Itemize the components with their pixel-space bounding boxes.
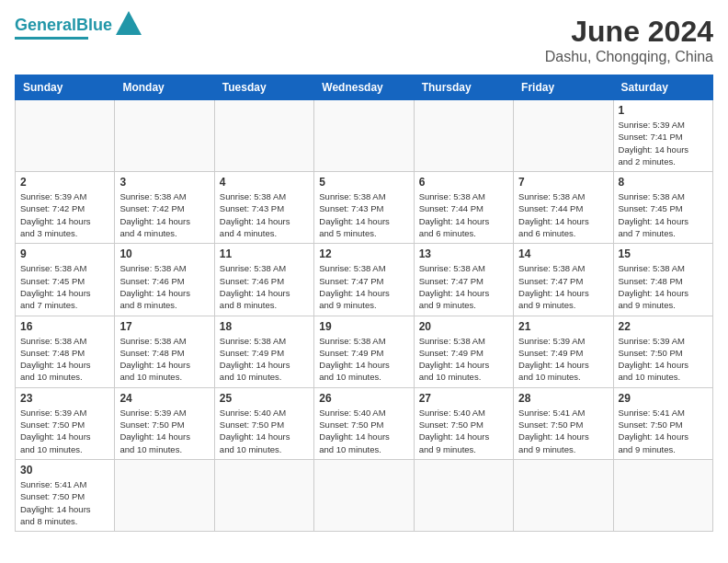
day-cell: 13Sunrise: 5:38 AM Sunset: 7:47 PM Dayli…: [414, 244, 513, 316]
day-cell: 24Sunrise: 5:39 AM Sunset: 7:50 PM Dayli…: [115, 387, 214, 459]
day-info: Sunrise: 5:39 AM Sunset: 7:50 PM Dayligh…: [20, 407, 109, 455]
day-number: 1: [619, 104, 708, 117]
day-number: 25: [220, 392, 309, 405]
day-number: 5: [319, 176, 408, 189]
week-row-5: 23Sunrise: 5:39 AM Sunset: 7:50 PM Dayli…: [16, 387, 713, 459]
day-number: 18: [220, 320, 309, 333]
day-cell: [314, 459, 414, 531]
day-header-monday: Monday: [115, 75, 214, 100]
day-cell: 12Sunrise: 5:38 AM Sunset: 7:47 PM Dayli…: [314, 244, 414, 316]
day-info: Sunrise: 5:38 AM Sunset: 7:45 PM Dayligh…: [619, 190, 708, 239]
day-cell: 25Sunrise: 5:40 AM Sunset: 7:50 PM Dayli…: [214, 387, 313, 459]
day-info: Sunrise: 5:39 AM Sunset: 7:50 PM Dayligh…: [119, 407, 209, 455]
day-cell: 9Sunrise: 5:38 AM Sunset: 7:45 PM Daylig…: [16, 244, 115, 316]
day-number: 15: [619, 247, 708, 260]
day-info: Sunrise: 5:38 AM Sunset: 7:47 PM Dayligh…: [518, 262, 608, 311]
day-info: Sunrise: 5:38 AM Sunset: 7:49 PM Dayligh…: [419, 335, 508, 384]
day-number: 7: [518, 176, 608, 189]
day-info: Sunrise: 5:38 AM Sunset: 7:49 PM Dayligh…: [220, 335, 309, 384]
day-number: 28: [518, 392, 608, 405]
day-header-tuesday: Tuesday: [214, 75, 313, 100]
day-info: Sunrise: 5:38 AM Sunset: 7:46 PM Dayligh…: [119, 262, 209, 311]
day-info: Sunrise: 5:41 AM Sunset: 7:50 PM Dayligh…: [20, 478, 109, 527]
day-number: 30: [20, 464, 109, 477]
day-number: 29: [619, 392, 708, 405]
day-info: Sunrise: 5:38 AM Sunset: 7:47 PM Dayligh…: [319, 262, 408, 311]
day-cell: 5Sunrise: 5:38 AM Sunset: 7:43 PM Daylig…: [314, 172, 414, 244]
day-cell: [214, 100, 313, 172]
day-cell: [514, 459, 613, 531]
week-row-1: 1Sunrise: 5:39 AM Sunset: 7:41 PM Daylig…: [16, 100, 713, 172]
week-row-3: 9Sunrise: 5:38 AM Sunset: 7:45 PM Daylig…: [16, 244, 713, 316]
week-row-2: 2Sunrise: 5:39 AM Sunset: 7:42 PM Daylig…: [16, 172, 713, 244]
day-info: Sunrise: 5:38 AM Sunset: 7:48 PM Dayligh…: [619, 262, 708, 311]
day-number: 13: [419, 247, 508, 260]
day-header-thursday: Thursday: [414, 75, 513, 100]
day-info: Sunrise: 5:38 AM Sunset: 7:44 PM Dayligh…: [419, 190, 508, 239]
day-info: Sunrise: 5:40 AM Sunset: 7:50 PM Dayligh…: [319, 407, 408, 455]
day-info: Sunrise: 5:39 AM Sunset: 7:42 PM Dayligh…: [20, 190, 109, 239]
day-info: Sunrise: 5:39 AM Sunset: 7:49 PM Dayligh…: [518, 335, 608, 384]
day-number: 6: [419, 176, 508, 189]
day-cell: [115, 459, 214, 531]
svg-marker-0: [116, 11, 142, 35]
day-info: Sunrise: 5:40 AM Sunset: 7:50 PM Dayligh…: [419, 407, 508, 455]
week-row-4: 16Sunrise: 5:38 AM Sunset: 7:48 PM Dayli…: [16, 316, 713, 387]
day-number: 4: [220, 176, 309, 189]
day-info: Sunrise: 5:39 AM Sunset: 7:50 PM Dayligh…: [619, 335, 708, 384]
day-cell: 29Sunrise: 5:41 AM Sunset: 7:50 PM Dayli…: [613, 387, 712, 459]
logo-underline: [15, 37, 88, 40]
day-number: 24: [119, 392, 209, 405]
day-header-friday: Friday: [514, 75, 613, 100]
day-number: 27: [419, 392, 508, 405]
day-cell: 7Sunrise: 5:38 AM Sunset: 7:44 PM Daylig…: [514, 172, 613, 244]
day-cell: 22Sunrise: 5:39 AM Sunset: 7:50 PM Dayli…: [613, 316, 712, 387]
day-number: 20: [419, 320, 508, 333]
day-number: 17: [119, 320, 209, 333]
day-cell: [314, 100, 414, 172]
day-info: Sunrise: 5:38 AM Sunset: 7:44 PM Dayligh…: [518, 190, 608, 239]
day-cell: [613, 459, 712, 531]
day-cell: 1Sunrise: 5:39 AM Sunset: 7:41 PM Daylig…: [613, 100, 712, 172]
logo-blue: Blue: [76, 16, 112, 34]
day-cell: [16, 100, 115, 172]
day-cell: 10Sunrise: 5:38 AM Sunset: 7:46 PM Dayli…: [115, 244, 214, 316]
month-title: June 2024: [545, 15, 713, 49]
day-cell: [414, 100, 513, 172]
day-cell: 21Sunrise: 5:39 AM Sunset: 7:49 PM Dayli…: [514, 316, 613, 387]
day-cell: 11Sunrise: 5:38 AM Sunset: 7:46 PM Dayli…: [214, 244, 313, 316]
title-area: June 2024 Dashu, Chongqing, China: [545, 15, 713, 65]
week-row-6: 30Sunrise: 5:41 AM Sunset: 7:50 PM Dayli…: [16, 459, 713, 531]
day-cell: 27Sunrise: 5:40 AM Sunset: 7:50 PM Dayli…: [414, 387, 513, 459]
day-info: Sunrise: 5:41 AM Sunset: 7:50 PM Dayligh…: [518, 407, 608, 455]
day-cell: 3Sunrise: 5:38 AM Sunset: 7:42 PM Daylig…: [115, 172, 214, 244]
header-row: SundayMondayTuesdayWednesdayThursdayFrid…: [16, 75, 713, 100]
header: GeneralBlue June 2024 Dashu, Chongqing, …: [15, 15, 713, 65]
day-number: 2: [20, 176, 109, 189]
day-cell: [414, 459, 513, 531]
day-cell: 19Sunrise: 5:38 AM Sunset: 7:49 PM Dayli…: [314, 316, 414, 387]
day-header-saturday: Saturday: [613, 75, 712, 100]
day-number: 3: [119, 176, 209, 189]
day-info: Sunrise: 5:39 AM Sunset: 7:41 PM Dayligh…: [619, 119, 708, 167]
day-cell: 6Sunrise: 5:38 AM Sunset: 7:44 PM Daylig…: [414, 172, 513, 244]
day-number: 21: [518, 320, 608, 333]
logo-icon: [116, 11, 142, 35]
day-number: 16: [20, 320, 109, 333]
day-number: 19: [319, 320, 408, 333]
day-cell: 17Sunrise: 5:38 AM Sunset: 7:48 PM Dayli…: [115, 316, 214, 387]
logo: GeneralBlue: [15, 15, 142, 40]
day-number: 8: [619, 176, 708, 189]
day-info: Sunrise: 5:38 AM Sunset: 7:47 PM Dayligh…: [419, 262, 508, 311]
logo-text: GeneralBlue: [15, 16, 112, 35]
day-number: 12: [319, 247, 408, 260]
day-number: 9: [20, 247, 109, 260]
day-cell: 26Sunrise: 5:40 AM Sunset: 7:50 PM Dayli…: [314, 387, 414, 459]
day-info: Sunrise: 5:41 AM Sunset: 7:50 PM Dayligh…: [619, 407, 708, 455]
day-info: Sunrise: 5:38 AM Sunset: 7:45 PM Dayligh…: [20, 262, 109, 311]
calendar-table: SundayMondayTuesdayWednesdayThursdayFrid…: [15, 75, 713, 532]
day-info: Sunrise: 5:38 AM Sunset: 7:46 PM Dayligh…: [220, 262, 309, 311]
day-header-sunday: Sunday: [16, 75, 115, 100]
day-cell: [115, 100, 214, 172]
day-cell: 8Sunrise: 5:38 AM Sunset: 7:45 PM Daylig…: [613, 172, 712, 244]
